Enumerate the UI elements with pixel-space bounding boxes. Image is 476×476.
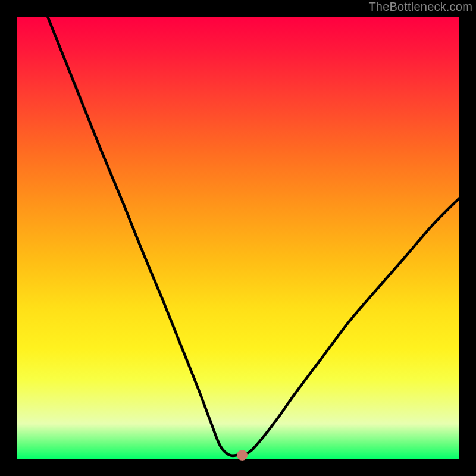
bottleneck-curve	[17, 17, 459, 459]
current-point-marker	[237, 450, 248, 461]
chart-frame	[8, 8, 468, 468]
watermark-text: TheBottleneck.com	[368, 0, 472, 14]
plot-area	[17, 17, 459, 459]
